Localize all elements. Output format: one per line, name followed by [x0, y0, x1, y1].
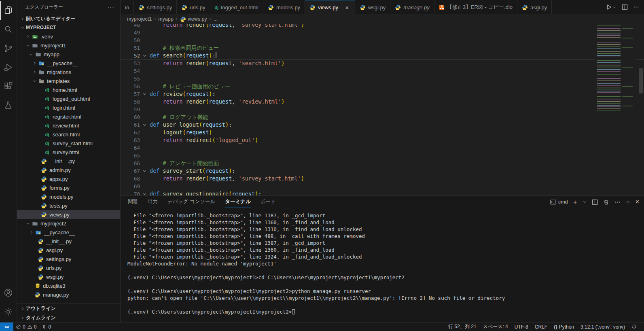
- panel-tab-問題[interactable]: 問題: [128, 196, 138, 208]
- tab-manage.py[interactable]: manage.py: [390, 0, 434, 14]
- tab-urls.py[interactable]: urls.py: [177, 0, 210, 14]
- tree-item-__init__.py[interactable]: __init__.py: [17, 237, 120, 246]
- status-python-interpreter[interactable]: 3.12.1 ('.venv': venv): [577, 323, 628, 331]
- tree-item-forms.py[interactable]: forms.py: [17, 183, 120, 192]
- status-language-mode[interactable]: {}Python: [551, 323, 577, 331]
- code-line-55[interactable]: 55: [121, 75, 644, 83]
- code-line-67[interactable]: 67def survey_start(request):: [121, 167, 644, 175]
- tree-item-myproject2[interactable]: myproject2: [17, 219, 120, 228]
- tab-asgi.py[interactable]: asgi.py: [517, 0, 552, 14]
- panel-more-actions-button[interactable]: [614, 199, 621, 205]
- code-line-69[interactable]: 69: [121, 182, 644, 190]
- tab-models.py[interactable]: models.py: [263, 0, 305, 14]
- panel-tab-出力[interactable]: 出力: [148, 196, 158, 208]
- close-tab-icon[interactable]: ×: [344, 4, 350, 11]
- split-editor-button[interactable]: [622, 4, 628, 10]
- status-encoding[interactable]: UTF-8: [511, 323, 532, 331]
- code-line-53[interactable]: 53 return render(request, 'search.html'): [121, 59, 644, 67]
- activity-extensions-button[interactable]: [0, 77, 17, 96]
- tree-item-review.html[interactable]: djreview.html: [17, 121, 120, 130]
- editor-scrollbar[interactable]: [638, 24, 644, 195]
- panel-tab-ターミナル[interactable]: ターミナル: [225, 196, 251, 208]
- fold-chevron-icon[interactable]: [140, 123, 149, 127]
- tree-item-__pycache__[interactable]: __pycache__: [17, 228, 120, 237]
- workspace-root[interactable]: MYPROJECT: [17, 23, 120, 32]
- breadcrumb-item[interactable]: myapp: [158, 16, 174, 22]
- shell-selector[interactable]: cmd: [550, 199, 568, 205]
- activity-account-button[interactable]: [0, 283, 17, 302]
- code-line-51[interactable]: 51 # 検索画面用のビュー: [121, 44, 644, 52]
- breadcrumb-item[interactable]: views.py: [180, 16, 207, 22]
- tab-wsgi.py[interactable]: wsgi.py: [355, 0, 390, 14]
- tree-item-logged_out.html[interactable]: djlogged_out.html: [17, 94, 120, 103]
- tree-item-__pycache__[interactable]: __pycache__: [17, 59, 120, 68]
- panel-tab-ポート[interactable]: ポート: [261, 196, 276, 208]
- tree-item-login.html[interactable]: djlogin.html: [17, 103, 120, 112]
- breadcrumb-item[interactable]: ...: [214, 16, 218, 22]
- activity-explorer-button[interactable]: [0, 1, 17, 20]
- code-line-58[interactable]: 58 return render(request, 'review.html'): [121, 98, 644, 106]
- tab-settings.py[interactable]: settings.py: [134, 0, 177, 14]
- maximize-panel-button[interactable]: [626, 200, 630, 204]
- fold-chevron-icon[interactable]: [140, 53, 149, 58]
- code-line-54[interactable]: 54: [121, 67, 644, 75]
- panel-tab-デバッグ コンソール[interactable]: デバッグ コンソール: [167, 196, 215, 208]
- run-python-file-button[interactable]: [606, 4, 616, 10]
- code-line-65[interactable]: 65: [121, 152, 644, 159]
- code-line-64[interactable]: 64: [121, 144, 644, 152]
- tree-item-admin.py[interactable]: admin.py: [17, 166, 120, 174]
- scrollbar-thumb[interactable]: [639, 68, 643, 93]
- code-line-66[interactable]: 66 # アンケート開始画面: [121, 159, 644, 167]
- activity-run-debug-button[interactable]: [0, 58, 17, 77]
- open-editors-section[interactable]: 開いているエディター: [17, 14, 120, 23]
- tree-item-home.html[interactable]: djhome.html: [17, 85, 120, 94]
- split-terminal-button[interactable]: [592, 199, 598, 205]
- code-line-63[interactable]: 63 return redirect('logged_out'): [121, 136, 644, 144]
- code-line-59[interactable]: 59: [121, 106, 644, 113]
- ports-status[interactable]: 0: [39, 323, 53, 331]
- tree-item-.venv[interactable]: .venv: [17, 32, 120, 41]
- problems-status[interactable]: 0 0: [13, 323, 39, 331]
- close-panel-button[interactable]: ×: [636, 198, 639, 206]
- code-line-56[interactable]: 56 # レビュー画面用のビュー: [121, 83, 644, 90]
- new-terminal-button[interactable]: +: [573, 199, 577, 206]
- tree-item-views.py[interactable]: views.py: [17, 210, 120, 219]
- status-eol[interactable]: CRLF: [532, 323, 551, 331]
- tree-item-__init__.py[interactable]: __init__.py: [17, 157, 120, 166]
- activity-source-control-button[interactable]: [0, 39, 17, 58]
- tree-item-asgi.py[interactable]: asgi.py: [17, 246, 120, 255]
- terminal-output[interactable]: File "<frozen importlib._bootstrap>", li…: [121, 208, 644, 322]
- remote-indicator[interactable]: ><: [0, 323, 13, 331]
- more-actions-button[interactable]: [633, 4, 639, 10]
- activity-search-button[interactable]: [0, 20, 17, 39]
- tree-item-manage.py[interactable]: manage.py: [17, 290, 120, 299]
- kill-terminal-button[interactable]: [603, 199, 609, 205]
- tree-item-search.html[interactable]: djsearch.html: [17, 130, 120, 139]
- code-line-50[interactable]: 50: [121, 36, 644, 44]
- tree-item-migrations[interactable]: migrations: [17, 68, 120, 76]
- more-actions-icon[interactable]: ···: [107, 4, 114, 11]
- minimap[interactable]: [595, 25, 637, 110]
- tree-item-templates[interactable]: templates: [17, 76, 120, 85]
- tree-item-db.sqlite3[interactable]: db.sqlite3: [17, 281, 120, 290]
- code-line-62[interactable]: 62 logout(request): [121, 129, 644, 136]
- tab-io[interactable]: io: [121, 0, 134, 14]
- activity-settings-button[interactable]: [0, 302, 17, 321]
- code-line-49[interactable]: 49: [121, 29, 644, 36]
- tree-item-myproject1[interactable]: myproject1: [17, 41, 120, 50]
- tab-logged_out.html[interactable]: djlogged_out.html: [210, 0, 263, 14]
- code-line-52[interactable]: 52def search(request):: [121, 52, 644, 59]
- tab-【修正3】ER図 - コピー.dio[interactable]: 【修正3】ER図 - コピー.dio: [434, 0, 517, 14]
- code-line-60[interactable]: 60 # ログアウト機能: [121, 113, 644, 121]
- fold-chevron-icon[interactable]: [140, 192, 149, 195]
- code-line-68[interactable]: 68 return render(request, 'survey_start.…: [121, 175, 644, 182]
- code-line-61[interactable]: 61def user_logout(request):: [121, 121, 644, 129]
- breadcrumb-item[interactable]: myproject1: [127, 16, 152, 22]
- tree-item-wsgi.py[interactable]: wsgi.py: [17, 272, 120, 281]
- tree-item-survey.html[interactable]: djsurvey.html: [17, 148, 120, 157]
- code-line-70[interactable]: 70def survey_questionnaire(request):: [121, 190, 644, 195]
- tree-item-urls.py[interactable]: urls.py: [17, 263, 120, 272]
- tree-item-myapp[interactable]: myapp: [17, 50, 120, 59]
- code-line-57[interactable]: 57def review(request):: [121, 90, 644, 98]
- timeline-section[interactable]: タイムライン: [17, 313, 120, 322]
